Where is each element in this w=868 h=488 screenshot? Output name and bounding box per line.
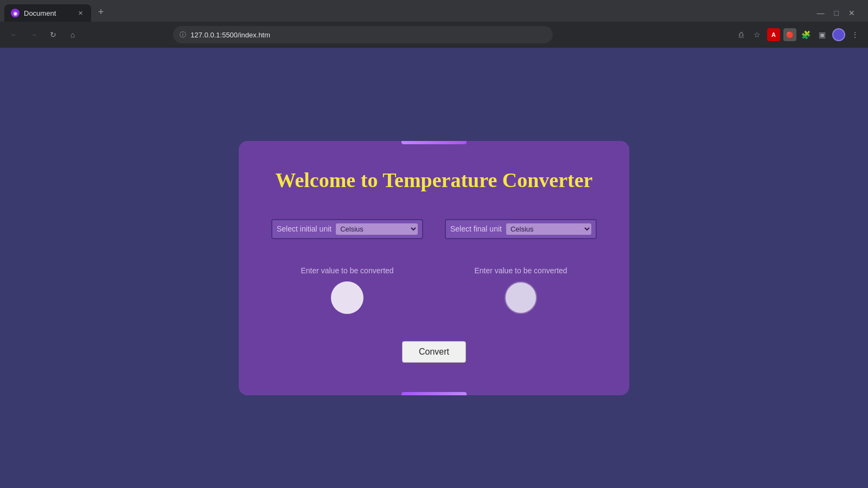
- inputs-row: Enter value to be converted Enter value …: [271, 266, 597, 314]
- window-maximize-button[interactable]: □: [830, 7, 843, 20]
- menu-icon[interactable]: ⋮: [848, 28, 861, 41]
- input-label-2: Enter value to be converted: [474, 266, 567, 275]
- back-button[interactable]: ←: [7, 27, 22, 42]
- convert-row: Convert: [271, 341, 597, 363]
- final-unit-select[interactable]: Celsius Fahrenheit Kelvin: [506, 223, 591, 235]
- tab-bar: ◉ Document ✕ + — □ ✕: [0, 0, 868, 22]
- secure-icon: ⓘ: [180, 30, 186, 40]
- window-controls: — □ ✕: [813, 7, 864, 20]
- page-title: Welcome to Temperature Converter: [271, 168, 597, 192]
- share-icon[interactable]: ⎙: [735, 28, 748, 41]
- tab-favicon: ◉: [11, 9, 20, 17]
- convert-button[interactable]: Convert: [402, 341, 466, 363]
- nav-bar: ← → ↻ ⌂ ⓘ 127.0.0.1:5500/index.htm ⎙ ☆ A…: [0, 22, 868, 48]
- puzzle-extension-icon[interactable]: 🧩: [800, 28, 813, 41]
- selects-row: Select initial unit Celsius Fahrenheit K…: [271, 219, 597, 239]
- tab-title: Document: [24, 9, 72, 17]
- final-unit-container: Select final unit Celsius Fahrenheit Kel…: [445, 219, 597, 239]
- input-circle-1[interactable]: [331, 281, 363, 314]
- nav-right-icons: ⎙ ☆ A 🔴 🧩 ▣ ⋮: [735, 28, 861, 41]
- page-content: Welcome to Temperature Converter Select …: [0, 48, 868, 488]
- window-close-button[interactable]: ✕: [844, 7, 859, 20]
- input-group-1: Enter value to be converted: [271, 266, 423, 314]
- extension-icon-2[interactable]: 🔴: [783, 28, 796, 41]
- forward-button[interactable]: →: [26, 27, 41, 42]
- initial-unit-label: Select initial unit: [277, 224, 331, 233]
- url-display: 127.0.0.1:5500/index.htm: [190, 31, 270, 39]
- input-group-2: Enter value to be converted: [445, 266, 597, 314]
- card-bottom-accent: [401, 392, 467, 395]
- tab-close-button[interactable]: ✕: [76, 9, 85, 17]
- final-unit-wrapper: Select final unit Celsius Fahrenheit Kel…: [445, 219, 597, 239]
- input-circle-2[interactable]: [505, 281, 537, 314]
- window-minimize-button[interactable]: —: [813, 7, 829, 20]
- address-bar[interactable]: ⓘ 127.0.0.1:5500/index.htm: [173, 26, 553, 43]
- converter-card: Welcome to Temperature Converter Select …: [239, 141, 629, 395]
- browser-tab[interactable]: ◉ Document ✕: [4, 4, 91, 22]
- bookmark-icon[interactable]: ☆: [751, 28, 764, 41]
- input-label-1: Enter value to be converted: [301, 266, 393, 275]
- refresh-button[interactable]: ↻: [46, 27, 61, 42]
- new-tab-button[interactable]: +: [93, 4, 108, 20]
- initial-unit-container: Select initial unit Celsius Fahrenheit K…: [271, 219, 423, 239]
- initial-unit-select[interactable]: Celsius Fahrenheit Kelvin: [336, 223, 418, 235]
- browser-chrome: ◉ Document ✕ + — □ ✕ ← → ↻ ⌂ ⓘ 127.0.0.1…: [0, 0, 868, 48]
- initial-unit-wrapper: Select initial unit Celsius Fahrenheit K…: [271, 219, 423, 239]
- acrobat-extension-icon[interactable]: A: [767, 28, 780, 41]
- sidebar-icon[interactable]: ▣: [816, 28, 829, 41]
- final-unit-label: Select final unit: [450, 224, 502, 233]
- card-top-accent: [401, 141, 467, 144]
- profile-icon[interactable]: [832, 28, 845, 41]
- home-button[interactable]: ⌂: [65, 27, 80, 42]
